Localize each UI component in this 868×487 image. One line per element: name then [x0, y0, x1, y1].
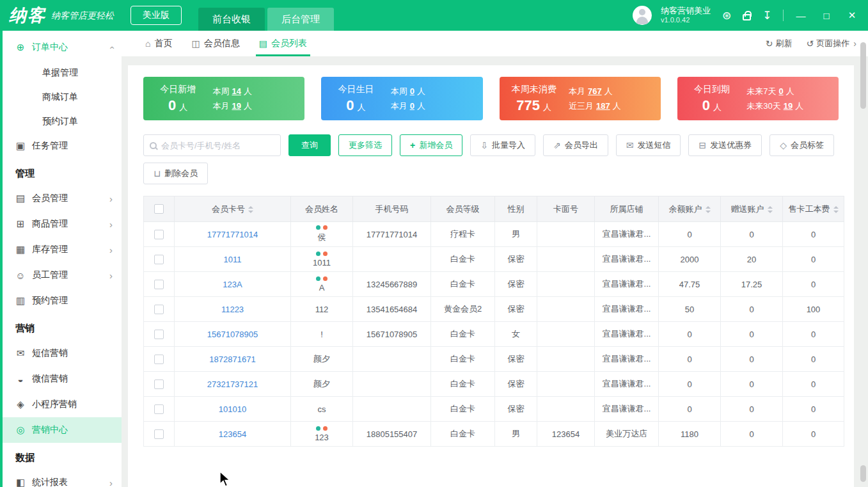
batch-import-button[interactable]: ⇩批量导入	[470, 134, 535, 156]
stat-card-main: 今日新增0人	[143, 84, 212, 114]
search-button[interactable]: 查询	[288, 134, 331, 156]
tab-member-list[interactable]: ▤会员列表	[249, 31, 317, 56]
cell-level: 白金卡	[431, 247, 495, 272]
page-operations-button[interactable]: ↺ 页面操作 ›	[807, 38, 856, 49]
tab-home[interactable]: ⌂首页	[136, 31, 182, 56]
member-card-link[interactable]: 123A	[223, 280, 242, 289]
sidebar-subitem-booking-orders[interactable]: 预约订单	[3, 109, 122, 133]
sidebar-subitem-docs-management[interactable]: 单据管理	[3, 60, 122, 84]
row-checkbox[interactable]	[154, 280, 164, 289]
cell-level: 白金卡	[431, 372, 495, 397]
row-checkbox[interactable]	[154, 230, 164, 239]
tag-dot	[323, 251, 327, 256]
miniapp-icon: ◈	[14, 399, 27, 410]
member-card-link[interactable]: 123654	[219, 429, 246, 439]
chevron-right-icon: ›	[109, 477, 113, 487]
sidebar-item-product-management[interactable]: ⊞商品管理›	[3, 211, 122, 237]
cell-fee: 0	[783, 422, 844, 447]
globe-icon[interactable]: ⊛	[720, 9, 734, 22]
row-checkbox[interactable]	[154, 305, 164, 314]
tag-dot	[316, 276, 320, 281]
member-card-link[interactable]: 17771771014	[207, 230, 258, 239]
column-header-checkbox[interactable]	[144, 196, 175, 222]
app-slogan: 纳客管店更轻松	[51, 11, 127, 20]
column-header-balance[interactable]: 余额账户	[659, 196, 721, 222]
member-card-link[interactable]: 1011	[224, 255, 242, 264]
row-checkbox[interactable]	[154, 429, 164, 439]
sort-icon[interactable]	[248, 206, 253, 213]
sort-icon[interactable]	[768, 206, 773, 213]
download-icon[interactable]: ↧	[760, 9, 774, 22]
member-card-link[interactable]: 11223	[221, 305, 244, 314]
sort-icon[interactable]	[706, 206, 711, 213]
stat-card-main: 本周未消费775人	[500, 84, 569, 114]
refresh-button[interactable]: ↻ 刷新	[766, 38, 793, 49]
member-card-link[interactable]: 15671078905	[207, 330, 258, 339]
maximize-button[interactable]: □	[818, 10, 835, 21]
button-label: 查询	[301, 140, 318, 151]
sidebar-item-statistics-reports[interactable]: ◧统计报表›	[3, 470, 122, 487]
edition-button[interactable]: 美业版	[130, 6, 182, 25]
sidebar-item-wechat-marketing[interactable]: ◒微信营销	[3, 366, 122, 392]
table-row: 27321737121颜夕白金卡保密宜昌谦谦君...000	[144, 372, 844, 397]
cell-phone: 13245667889	[353, 272, 431, 297]
sort-icon[interactable]	[833, 206, 839, 213]
sidebar-item-appointment-management[interactable]: ▥预约管理	[3, 288, 122, 314]
minimize-button[interactable]: —	[793, 10, 809, 21]
avatar[interactable]	[633, 6, 652, 25]
sidebar-item-staff-management[interactable]: ☺员工管理›	[3, 262, 122, 288]
member-icon: ▤	[14, 193, 27, 204]
member-card-link[interactable]: 27321737121	[207, 379, 258, 389]
member-export-button[interactable]: ⇗会员导出	[543, 134, 608, 156]
cell-level: 黄金会员2	[431, 297, 495, 322]
close-button[interactable]: ✕	[844, 10, 860, 21]
member-card-link[interactable]: 101010	[219, 404, 246, 414]
button-label: 发送优惠券	[710, 140, 752, 151]
cell-gift: 0	[721, 347, 783, 372]
sidebar-subitem-mall-orders[interactable]: 商城订单	[3, 84, 122, 109]
tab-member-info[interactable]: ◫会员信息	[182, 31, 249, 56]
refresh-icon: ↻	[766, 38, 773, 49]
stat-card-details: 本周14人本月19人	[212, 84, 304, 113]
sidebar-item-task-management[interactable]: ▣任务管理	[3, 133, 122, 159]
topnav-tab-admin[interactable]: 后台管理	[267, 8, 334, 31]
table-row: 10111011白金卡保密宜昌谦谦君...2000200	[144, 247, 844, 272]
sidebar-item-inventory-management[interactable]: ▦库存管理›	[3, 237, 122, 262]
delete-member-button[interactable]: ⊔删除会员	[143, 163, 208, 184]
send-sms-button[interactable]: ✉发送短信	[616, 134, 681, 156]
row-checkbox[interactable]	[154, 379, 164, 389]
refresh-label: 刷新	[776, 38, 793, 49]
search-input[interactable]	[161, 141, 274, 150]
add-member-button[interactable]: +新增会员	[400, 134, 462, 156]
cell-card-face	[537, 322, 595, 347]
sidebar-item-order-center[interactable]: ⊕订单中心›	[3, 35, 122, 60]
trash-icon: ⊔	[154, 168, 161, 179]
select-all-checkbox[interactable]	[154, 204, 164, 214]
sidebar-item-sms-marketing[interactable]: ✉短信营销	[3, 340, 122, 366]
member-tags-button[interactable]: ◇会员标签	[769, 134, 834, 156]
stat-card-details: 未来7天0人未来30天19人	[746, 84, 839, 113]
member-name: cs	[294, 404, 350, 414]
send-coupon-button[interactable]: ⊟发送优惠券	[688, 134, 762, 156]
button-label: 发送短信	[637, 140, 670, 151]
app-window: 纳客 纳客管店更轻松 美业版 前台收银后台管理 纳客营销美业 v1.0.0.42…	[0, 0, 868, 487]
vertical-scrollbar-thumb-bottom[interactable]	[860, 465, 866, 482]
sidebar-item-label: 库存管理	[32, 244, 68, 255]
lock-icon[interactable]	[743, 14, 751, 20]
column-header-gift[interactable]: 赠送账户	[721, 196, 783, 222]
sidebar-item-member-management[interactable]: ▤会员管理›	[3, 186, 122, 211]
row-checkbox[interactable]	[154, 404, 164, 414]
member-card-link[interactable]: 1872871671	[209, 355, 255, 364]
stat-card-details: 本周0人本月0人	[391, 84, 483, 113]
topnav-tab-cashier[interactable]: 前台收银	[198, 8, 265, 31]
row-checkbox[interactable]	[154, 255, 164, 264]
sidebar-item-miniprogram-marketing[interactable]: ◈小程序营销	[3, 392, 122, 417]
vertical-scrollbar-thumb[interactable]	[860, 42, 866, 109]
column-header-fee[interactable]: 售卡工本费	[783, 196, 844, 222]
row-checkbox[interactable]	[154, 330, 164, 339]
row-checkbox[interactable]	[154, 355, 164, 364]
cell-level: 白金卡	[431, 397, 495, 422]
column-header-card_no[interactable]: 会员卡号	[175, 196, 291, 222]
sidebar-item-marketing-center[interactable]: ◎营销中心	[3, 417, 122, 443]
more-filters-button[interactable]: 更多筛选	[338, 134, 392, 156]
